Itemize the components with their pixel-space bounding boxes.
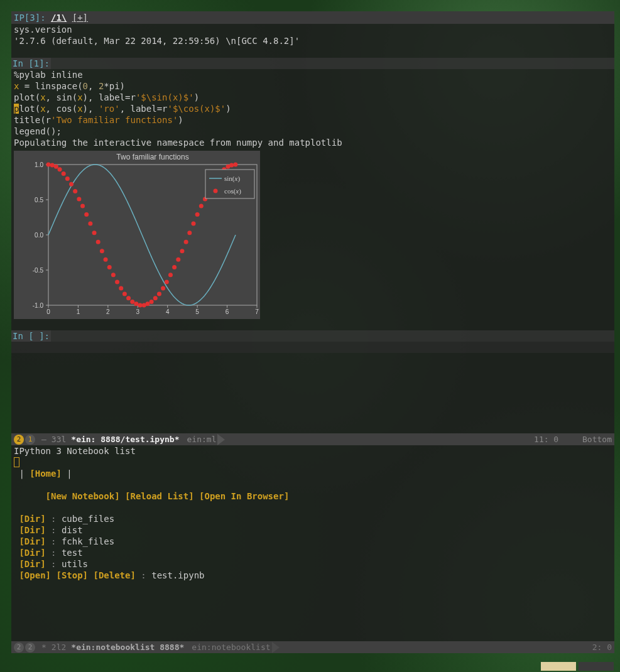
svg-point-28	[46, 163, 51, 167]
dir-label[interactable]: [Dir]	[19, 559, 45, 569]
badge-icon: 2	[14, 435, 24, 445]
modeline-top: 2 1 — 33l *ein: 8888/test.ipynb* ein:ml …	[11, 433, 614, 445]
svg-point-33	[65, 176, 70, 181]
code-line[interactable]: plot(x, sin(x), label=r'$\sin(x)$')	[11, 92, 614, 103]
list-item: [Dir] : utils	[11, 558, 614, 570]
code-line[interactable]: plot(x, cos(x), 'ro', label=r'$\cos(x)$'…	[11, 103, 614, 114]
svg-point-59	[165, 280, 169, 285]
svg-point-49	[126, 296, 131, 300]
svg-point-65	[187, 230, 192, 235]
taskbar-button[interactable]	[541, 662, 576, 671]
svg-point-64	[184, 240, 188, 244]
svg-point-60	[168, 273, 173, 277]
code-line[interactable]: %pylab inline	[11, 69, 614, 80]
svg-text:0.0: 0.0	[35, 232, 43, 239]
svg-point-41	[96, 240, 101, 244]
svg-text:5: 5	[195, 308, 199, 315]
svg-point-37	[80, 204, 85, 209]
svg-point-47	[119, 286, 123, 291]
svg-text:-0.5: -0.5	[33, 267, 44, 274]
file-name[interactable]: test.ipynb	[151, 570, 204, 580]
code-line[interactable]: title(r'Two familiar functions')	[11, 114, 614, 126]
svg-point-77	[233, 163, 237, 167]
svg-text:sin(x): sin(x)	[224, 175, 240, 183]
taskbar-button[interactable]	[579, 662, 614, 671]
svg-text:Two familiar functions: Two familiar functions	[116, 153, 188, 161]
svg-point-66	[191, 222, 195, 226]
svg-point-30	[54, 165, 58, 169]
svg-point-52	[138, 303, 143, 308]
svg-point-61	[172, 265, 177, 269]
cell-prompt: In [1]:	[11, 58, 51, 69]
chevron-icon	[272, 642, 280, 653]
svg-text:0.5: 0.5	[35, 197, 43, 203]
svg-text:0: 0	[46, 308, 50, 315]
nblist-title: IPython 3 Notebook list	[11, 445, 614, 457]
stop-button[interactable]: [Stop]	[56, 570, 88, 580]
output-text: '2.7.6 (default, Mar 22 2014, 22:59:56) …	[11, 35, 614, 46]
svg-point-81	[214, 189, 218, 193]
svg-point-39	[88, 222, 92, 226]
chevron-icon	[217, 434, 225, 445]
list-item: [Dir] : fchk_files	[11, 536, 614, 547]
list-item: [Dir] : test	[11, 547, 614, 558]
svg-point-68	[199, 204, 204, 209]
dir-name[interactable]: dist	[62, 525, 83, 535]
svg-point-43	[104, 257, 108, 262]
plot-output: Two familiar functions-1.0-0.50.00.51.00…	[14, 151, 260, 319]
dir-label[interactable]: [Dir]	[19, 525, 45, 535]
major-mode: ein:ml	[187, 433, 217, 445]
svg-text:-1.0: -1.0	[33, 302, 44, 309]
badge-icon: 2	[14, 642, 24, 653]
svg-text:4: 4	[166, 308, 170, 315]
dir-name[interactable]: test	[62, 548, 83, 558]
reload-list-button[interactable]: [Reload List]	[125, 491, 194, 501]
svg-point-45	[111, 273, 116, 277]
svg-point-34	[69, 182, 73, 187]
taskbar	[541, 662, 614, 671]
buffer-name: *ein:notebooklist 8888*	[71, 641, 184, 653]
buffer-name: *ein: 8888/test.ipynb*	[71, 433, 179, 445]
empty-cell[interactable]	[11, 342, 614, 353]
svg-point-57	[157, 292, 161, 296]
output-text: sys.version	[11, 24, 614, 35]
svg-point-63	[180, 249, 184, 253]
major-mode: ein:notebooklist	[192, 641, 270, 653]
notebooklist-pane[interactable]: IPython 3 Notebook list | [Home] | [New …	[11, 445, 614, 641]
svg-point-62	[176, 257, 180, 262]
delete-button[interactable]: [Delete]	[93, 570, 135, 580]
list-item: [Open] [Stop] [Delete] : test.ipynb	[11, 570, 614, 581]
svg-point-40	[92, 230, 97, 235]
svg-point-56	[153, 296, 158, 300]
dir-name[interactable]: utils	[62, 559, 88, 569]
tab-bar: IP[3]: /1\ [+]	[11, 11, 614, 24]
svg-point-48	[122, 292, 127, 296]
svg-point-76	[229, 163, 234, 168]
code-line[interactable]: x = linspace(0, 2*pi)	[11, 80, 614, 92]
svg-point-55	[150, 300, 154, 304]
svg-text:7: 7	[255, 308, 259, 315]
svg-point-58	[161, 286, 165, 291]
dir-label[interactable]: [Dir]	[19, 548, 45, 558]
dir-label[interactable]: [Dir]	[19, 514, 45, 524]
badge-icon: 2	[25, 642, 35, 653]
tab-new[interactable]: [+]	[72, 13, 88, 23]
ip-label: IP[3]:	[14, 13, 46, 23]
svg-point-67	[195, 212, 200, 217]
code-line[interactable]: legend();	[11, 126, 614, 137]
svg-point-51	[134, 301, 138, 306]
badge-icon: 1	[25, 435, 35, 445]
svg-point-46	[115, 280, 119, 285]
dir-name[interactable]: cube_files	[62, 514, 114, 524]
svg-text:3: 3	[136, 308, 140, 315]
dir-name[interactable]: fchk_files	[62, 536, 114, 546]
new-notebook-button[interactable]: [New Notebook]	[46, 491, 120, 501]
tab-current[interactable]: /1\	[51, 13, 67, 23]
open-in-browser-button[interactable]: [Open In Browser]	[199, 491, 289, 501]
dir-label[interactable]: [Dir]	[19, 536, 45, 546]
open-button[interactable]: [Open]	[19, 570, 51, 580]
svg-point-50	[130, 300, 134, 304]
svg-text:2: 2	[106, 308, 110, 315]
notebook-editor-pane[interactable]: IP[3]: /1\ [+] sys.version '2.7.6 (defau…	[11, 11, 614, 433]
home-link[interactable]: [Home]	[30, 469, 62, 479]
